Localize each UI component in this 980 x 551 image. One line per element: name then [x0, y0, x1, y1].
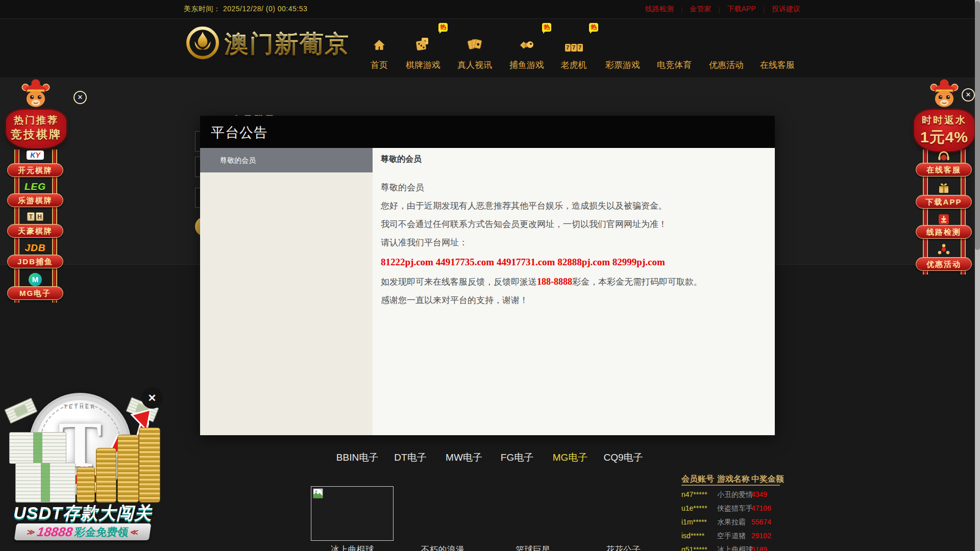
cards-icon — [453, 34, 496, 52]
download-icon — [916, 213, 972, 226]
jdb-logo: JDB — [7, 242, 63, 254]
network-nodes-icon — [916, 243, 972, 256]
bonus-amount: 18888 — [36, 524, 74, 539]
site-logo[interactable]: 澳门新葡京 — [186, 25, 350, 63]
ky-logo: KY — [7, 151, 63, 160]
winners-header-rule — [681, 485, 780, 486]
leg-logo: LEG — [7, 181, 63, 192]
tianhao-board-button[interactable]: 天豪棋牌 — [7, 224, 63, 238]
tab-mw[interactable]: MW电子 — [433, 451, 495, 464]
winner-game: 小丑的爱情 — [717, 490, 753, 499]
content-thanks-line: 感谢您一直以来对平台的支持，谢谢！ — [381, 291, 766, 310]
winner-game: 冰上曲棍球 — [717, 545, 753, 551]
mg-letter: M — [29, 273, 42, 286]
nav-live-casino[interactable]: 真人视讯 — [453, 34, 496, 71]
nav-home[interactable]: 首页 — [358, 34, 401, 71]
seven-tile: 7 — [565, 44, 571, 52]
nav-label: 捕鱼游戏 — [505, 59, 548, 71]
left-banner-close-icon[interactable]: ✕ — [74, 91, 87, 104]
content-line: 请认准我们平台网址： — [381, 234, 766, 252]
winners-col-game: 游戏名称 — [717, 474, 750, 485]
game-tile-immortal-romance[interactable] — [401, 486, 484, 541]
divider: | — [681, 6, 682, 13]
mg-games-button[interactable]: MG电子 — [7, 286, 63, 300]
game-tile-playboy[interactable] — [582, 486, 665, 541]
online-service-button[interactable]: 在线客服 — [916, 163, 972, 177]
divider: | — [718, 6, 720, 13]
usdt-title: USDT存款大闯关 — [4, 502, 161, 525]
hot-badge: 热 — [438, 23, 448, 32]
nav-esports[interactable]: 电竞体育 — [653, 34, 696, 71]
th-t: T — [27, 212, 35, 221]
game-tile-break-away[interactable] — [311, 486, 394, 541]
leyou-board-button[interactable]: 乐游棋牌 — [7, 193, 63, 207]
th-logo: TH — [7, 212, 63, 221]
scrollbar-thumb[interactable] — [975, 1, 980, 250]
announcement-modal: 平台公告 尊敬的会员 尊敬的会员 尊敬的会员 您好，由于近期发现有人恶意推荐其他… — [200, 116, 775, 435]
winner-account: n47***** — [681, 490, 707, 498]
tab-fg[interactable]: FG电子 — [486, 451, 548, 464]
line-check-button[interactable]: 线路检测 — [916, 225, 972, 239]
nav-customer-service[interactable]: 在线客服 — [756, 34, 799, 71]
tab-bbin[interactable]: BBIN电子 — [327, 451, 388, 464]
game-label: 不朽的浪漫 — [401, 544, 484, 551]
banner-title-line1: 热门推荐 — [6, 114, 66, 127]
winner-amount: 4349 — [751, 490, 767, 498]
nav-label: 在线客服 — [756, 59, 799, 71]
modal-title: 平台公告 — [211, 123, 268, 142]
seven-tile: 7 — [571, 44, 577, 52]
banner-title-line2: 竞技棋牌 — [6, 127, 66, 142]
game-tile-basketball-star[interactable] — [492, 486, 574, 541]
feedback-prefix: 如发现即可来在线客服反馈，反馈即派送 — [381, 277, 537, 287]
top-link-download-app[interactable]: 下载APP — [727, 5, 756, 14]
nav-label: 首页 — [358, 59, 401, 71]
official-urls: 81222pj.com 44917735.com 44917731.com 82… — [381, 252, 766, 272]
content-line: 我司不会通过任何联系方式告知会员更改网址，一切以我们官网网址为准！ — [381, 215, 766, 234]
tab-mg-active[interactable]: MG电子 — [540, 451, 601, 464]
nav-board-games[interactable]: 棋牌游戏 热 — [402, 34, 445, 71]
game-label: 花花公子 — [582, 544, 665, 551]
coin-stack — [117, 435, 139, 503]
right-promo-banner: ✕ 时时返水 1元4% 在线客服 下载APP 线路检测 优惠活动 — [913, 73, 976, 277]
top-link-feedback[interactable]: 投诉建议 — [772, 5, 800, 14]
site-header: 澳门新葡京 首页 棋牌游戏 热 真人视讯 捕鱼游戏 热 777 老虎机 热 彩票… — [0, 19, 980, 78]
content-heading: 尊敬的会员 — [381, 154, 766, 164]
winner-amount: 55674 — [751, 518, 771, 526]
right-banner-title-plate: 时时返水 1元4% — [914, 110, 974, 152]
bonus-amount: 188-8888 — [537, 277, 572, 287]
feedback-suffix: 彩金，本彩金无需打码即可取款。 — [572, 277, 702, 287]
jdb-fishing-button[interactable]: JDB捕鱼 — [7, 255, 63, 268]
nav-promotions[interactable]: 优惠活动 — [705, 34, 748, 71]
download-app-button[interactable]: 下载APP — [916, 195, 972, 209]
leg-text: LEG — [24, 181, 46, 192]
nav-fishing-games[interactable]: 捕鱼游戏 热 — [505, 34, 548, 71]
top-link-gold-manager[interactable]: 金管家 — [690, 5, 711, 14]
promotions-button[interactable]: 优惠活动 — [916, 257, 972, 271]
content-feedback-line: 如发现即可来在线客服反馈，反馈即派送188-8888彩金，本彩金无需打码即可取款… — [381, 272, 766, 291]
lisboa-emblem-icon — [186, 25, 219, 63]
tab-dt[interactable]: DT电子 — [380, 451, 441, 464]
right-banner-close-icon[interactable]: ✕ — [962, 88, 975, 102]
th-h: H — [36, 212, 43, 221]
left-banner-title-plate: 热门推荐 竞技棋牌 — [6, 110, 66, 148]
rebate-title-line1: 时时返水 — [914, 114, 974, 127]
sidebar-item-dear-member[interactable]: 尊敬的会员 — [200, 148, 373, 172]
nav-slots[interactable]: 777 老虎机 热 — [552, 34, 595, 71]
kaiyuan-board-button[interactable]: 开元棋牌 — [7, 163, 63, 177]
winners-col-account: 会员账号 — [681, 474, 714, 485]
nav-label: 真人视讯 — [453, 59, 496, 71]
rebate-title-line2: 1元4% — [914, 127, 974, 148]
usdt-bonus-banner: ≫ 18888 彩金免费领 ≪ — [14, 523, 152, 540]
hot-badge: 热 — [589, 23, 598, 32]
gift-icon — [916, 182, 972, 194]
arrow-mark: ≪ — [130, 528, 139, 537]
server-time: 美东时间： 2025/12/28/ (0) 00:45:53 — [184, 5, 307, 14]
slot-777-icon: 777 — [552, 34, 595, 52]
usdt-close-icon[interactable]: ✕ — [141, 387, 163, 409]
modal-sidebar: 尊敬的会员 — [200, 148, 373, 435]
top-link-line-check[interactable]: 线路检测 — [645, 5, 674, 14]
nav-lottery[interactable]: 彩票游戏 — [601, 34, 644, 71]
nav-label: 电竞体育 — [653, 59, 696, 71]
tab-cq9[interactable]: CQ9电子 — [593, 451, 654, 464]
winner-game: 空手道猪 — [717, 532, 746, 541]
